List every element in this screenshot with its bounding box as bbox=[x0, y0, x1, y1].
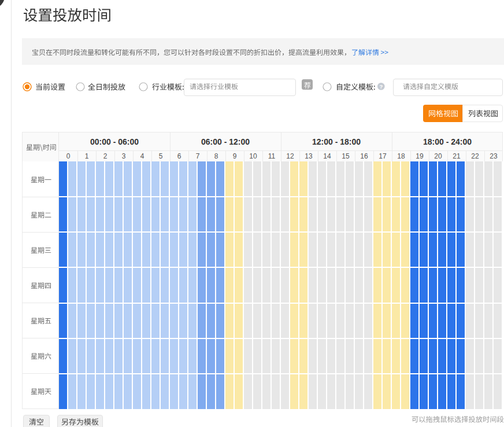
svg-text:?: ? bbox=[379, 83, 383, 90]
